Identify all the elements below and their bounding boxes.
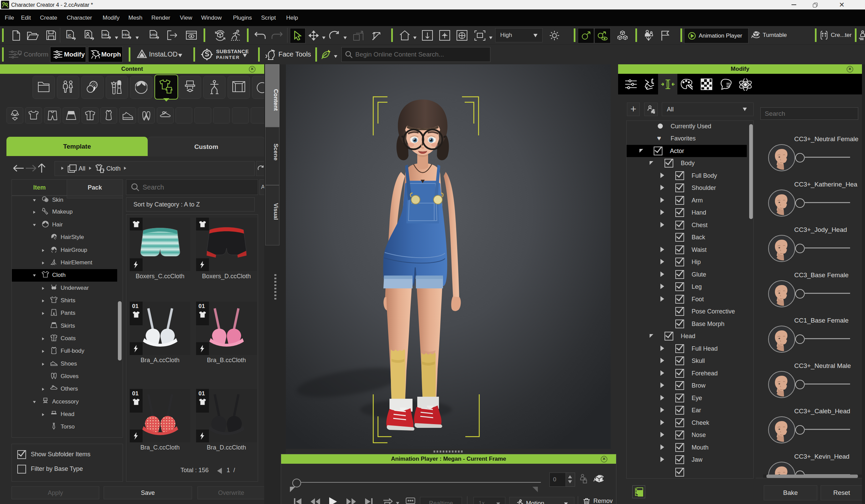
- svg-text:OBJ: OBJ: [103, 33, 109, 37]
- svg-text:USD: USD: [150, 33, 157, 37]
- svg-text:FBX: FBX: [123, 33, 129, 37]
- svg-text:IC: IC: [68, 34, 71, 38]
